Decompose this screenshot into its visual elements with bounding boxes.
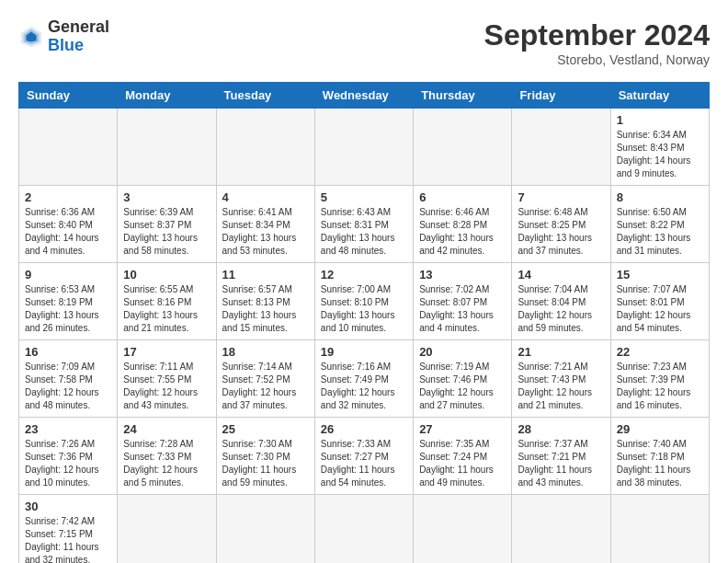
day-info: Sunrise: 7:37 AMSunset: 7:21 PMDaylight:…: [518, 439, 592, 488]
calendar-cell: 17Sunrise: 7:11 AMSunset: 7:55 PMDayligh…: [118, 340, 216, 418]
day-number: 24: [123, 422, 210, 436]
day-of-week-header: Saturday: [610, 83, 709, 109]
day-number: 4: [222, 190, 309, 204]
calendar-cell: 24Sunrise: 7:28 AMSunset: 7:33 PMDayligh…: [118, 418, 216, 495]
calendar-week-row: 1Sunrise: 6:34 AMSunset: 8:43 PMDaylight…: [19, 109, 710, 186]
calendar-cell: 26Sunrise: 7:33 AMSunset: 7:27 PMDayligh…: [314, 418, 413, 495]
day-number: 30: [25, 500, 111, 513]
calendar-cell: 16Sunrise: 7:09 AMSunset: 7:58 PMDayligh…: [19, 340, 118, 418]
calendar-cell: 2Sunrise: 6:36 AMSunset: 8:40 PMDaylight…: [19, 186, 118, 263]
day-number: 9: [25, 268, 111, 282]
day-number: 26: [321, 422, 407, 436]
day-info: Sunrise: 6:48 AMSunset: 8:25 PMDaylight:…: [518, 207, 592, 256]
calendar-cell: 4Sunrise: 6:41 AMSunset: 8:34 PMDaylight…: [216, 186, 314, 263]
day-info: Sunrise: 7:19 AMSunset: 7:46 PMDaylight:…: [419, 362, 494, 410]
calendar-cell: [216, 495, 314, 564]
day-info: Sunrise: 7:00 AMSunset: 8:10 PMDaylight:…: [321, 284, 395, 333]
calendar-cell: 25Sunrise: 7:30 AMSunset: 7:30 PMDayligh…: [216, 418, 314, 495]
day-number: 27: [419, 422, 506, 436]
day-number: 11: [222, 268, 309, 282]
day-number: 6: [419, 190, 506, 204]
day-info: Sunrise: 7:11 AMSunset: 7:55 PMDaylight:…: [123, 362, 198, 410]
calendar-cell: 13Sunrise: 7:02 AMSunset: 8:07 PMDayligh…: [414, 263, 512, 340]
day-number: 12: [321, 268, 407, 282]
day-info: Sunrise: 6:46 AMSunset: 8:28 PMDaylight:…: [419, 207, 494, 256]
day-info: Sunrise: 7:07 AMSunset: 8:01 PMDaylight:…: [617, 284, 691, 333]
calendar-cell: 27Sunrise: 7:35 AMSunset: 7:24 PMDayligh…: [414, 418, 512, 495]
location: Storebo, Vestland, Norway: [484, 52, 710, 67]
calendar-cell: 5Sunrise: 6:43 AMSunset: 8:31 PMDaylight…: [314, 186, 413, 263]
day-of-week-header: Friday: [512, 83, 610, 109]
calendar-table: SundayMondayTuesdayWednesdayThursdayFrid…: [18, 82, 710, 563]
calendar-cell: 30Sunrise: 7:42 AMSunset: 7:15 PMDayligh…: [19, 495, 118, 564]
calendar-cell: 20Sunrise: 7:19 AMSunset: 7:46 PMDayligh…: [414, 340, 512, 418]
day-number: 16: [25, 345, 111, 359]
calendar-cell: [216, 109, 314, 186]
day-info: Sunrise: 7:14 AMSunset: 7:52 PMDaylight:…: [222, 362, 297, 410]
calendar-cell: 28Sunrise: 7:37 AMSunset: 7:21 PMDayligh…: [512, 418, 610, 495]
day-number: 3: [123, 190, 210, 204]
day-number: 2: [25, 190, 111, 204]
calendar-cell: [414, 495, 512, 564]
day-info: Sunrise: 7:42 AMSunset: 7:15 PMDaylight:…: [25, 516, 99, 563]
day-info: Sunrise: 6:36 AMSunset: 8:40 PMDaylight:…: [25, 207, 99, 256]
calendar-cell: 22Sunrise: 7:23 AMSunset: 7:39 PMDayligh…: [610, 340, 709, 418]
calendar-cell: 10Sunrise: 6:55 AMSunset: 8:16 PMDayligh…: [118, 263, 216, 340]
day-info: Sunrise: 6:43 AMSunset: 8:31 PMDaylight:…: [321, 207, 395, 256]
day-number: 20: [419, 345, 506, 359]
day-number: 21: [518, 345, 604, 359]
day-info: Sunrise: 7:16 AMSunset: 7:49 PMDaylight:…: [321, 362, 395, 410]
calendar-cell: 19Sunrise: 7:16 AMSunset: 7:49 PMDayligh…: [314, 340, 413, 418]
day-number: 18: [222, 345, 309, 359]
calendar-cell: [414, 109, 512, 186]
calendar-cell: 21Sunrise: 7:21 AMSunset: 7:43 PMDayligh…: [512, 340, 610, 418]
day-number: 5: [321, 190, 407, 204]
calendar-cell: 23Sunrise: 7:26 AMSunset: 7:36 PMDayligh…: [19, 418, 118, 495]
calendar-week-row: 9Sunrise: 6:53 AMSunset: 8:19 PMDaylight…: [19, 263, 710, 340]
day-info: Sunrise: 6:50 AMSunset: 8:22 PMDaylight:…: [617, 207, 691, 256]
calendar-cell: [19, 109, 118, 186]
title-block: September 2024 Storebo, Vestland, Norway: [484, 18, 710, 67]
calendar-week-row: 30Sunrise: 7:42 AMSunset: 7:15 PMDayligh…: [19, 495, 710, 564]
day-number: 14: [518, 268, 604, 282]
calendar-cell: [512, 109, 610, 186]
day-number: 15: [617, 268, 703, 282]
day-info: Sunrise: 6:57 AMSunset: 8:13 PMDaylight:…: [222, 284, 297, 333]
day-info: Sunrise: 7:09 AMSunset: 7:58 PMDaylight:…: [25, 362, 99, 410]
day-info: Sunrise: 6:53 AMSunset: 8:19 PMDaylight:…: [25, 284, 99, 333]
logo: General Blue: [18, 18, 109, 55]
day-number: 10: [123, 268, 210, 282]
logo-text: General Blue: [48, 18, 109, 55]
calendar-cell: [314, 495, 413, 564]
day-number: 19: [321, 345, 407, 359]
day-info: Sunrise: 6:55 AMSunset: 8:16 PMDaylight:…: [123, 284, 198, 333]
calendar-cell: 3Sunrise: 6:39 AMSunset: 8:37 PMDaylight…: [118, 186, 216, 263]
day-of-week-header: Thursday: [414, 83, 512, 109]
day-of-week-header: Tuesday: [216, 83, 314, 109]
page-header: General Blue September 2024 Storebo, Ves…: [18, 18, 710, 67]
day-number: 17: [123, 345, 210, 359]
day-info: Sunrise: 7:21 AMSunset: 7:43 PMDaylight:…: [518, 362, 592, 410]
day-number: 25: [222, 422, 309, 436]
calendar-cell: 12Sunrise: 7:00 AMSunset: 8:10 PMDayligh…: [314, 263, 413, 340]
day-info: Sunrise: 7:23 AMSunset: 7:39 PMDaylight:…: [617, 362, 691, 410]
calendar-week-row: 23Sunrise: 7:26 AMSunset: 7:36 PMDayligh…: [19, 418, 710, 495]
day-number: 8: [617, 190, 703, 204]
calendar-cell: 6Sunrise: 6:46 AMSunset: 8:28 PMDaylight…: [414, 186, 512, 263]
calendar-cell: 11Sunrise: 6:57 AMSunset: 8:13 PMDayligh…: [216, 263, 314, 340]
day-number: 1: [617, 113, 703, 127]
day-number: 29: [617, 422, 703, 436]
logo-icon: [18, 24, 44, 50]
day-number: 23: [25, 422, 111, 436]
calendar-week-row: 2Sunrise: 6:36 AMSunset: 8:40 PMDaylight…: [19, 186, 710, 263]
day-of-week-header: Monday: [118, 83, 216, 109]
day-of-week-header: Wednesday: [314, 83, 413, 109]
calendar-cell: [512, 495, 610, 564]
calendar-cell: 7Sunrise: 6:48 AMSunset: 8:25 PMDaylight…: [512, 186, 610, 263]
calendar-cell: [610, 495, 709, 564]
calendar-body: 1Sunrise: 6:34 AMSunset: 8:43 PMDaylight…: [19, 109, 710, 564]
calendar-cell: 29Sunrise: 7:40 AMSunset: 7:18 PMDayligh…: [610, 418, 709, 495]
day-info: Sunrise: 7:40 AMSunset: 7:18 PMDaylight:…: [617, 439, 691, 488]
calendar-cell: 9Sunrise: 6:53 AMSunset: 8:19 PMDaylight…: [19, 263, 118, 340]
calendar-cell: [314, 109, 413, 186]
